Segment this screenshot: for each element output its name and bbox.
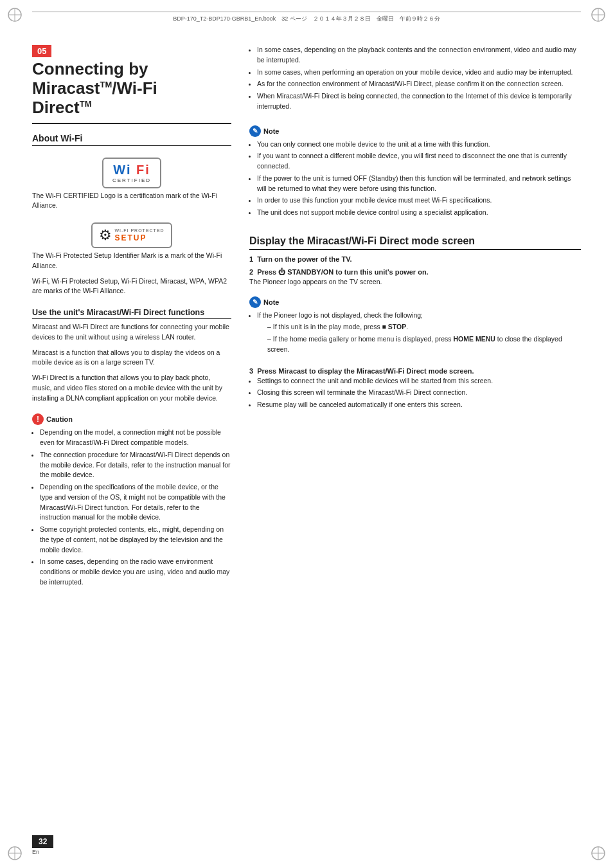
right-bullet: As for the connection environment of Mir… bbox=[257, 79, 581, 89]
note1-item: If you want to connect a different mobil… bbox=[257, 151, 581, 172]
setup-logo-container: ⚙ WI-FI PROTECTED SETUP bbox=[32, 222, 231, 248]
caution-item: In some cases, depending on the radio wa… bbox=[40, 557, 231, 587]
note1-list: You can only connect one mobile device t… bbox=[249, 140, 581, 218]
corner-mark-br bbox=[589, 844, 608, 863]
note1-icon: ✎ bbox=[249, 125, 261, 137]
setup-text-lines: WI-FI PROTECTED SETUP bbox=[114, 228, 164, 242]
note1-item: The unit does not support mobile device … bbox=[257, 208, 581, 218]
caution-box: ! Caution Depending on the model, a conn… bbox=[32, 413, 231, 589]
note2-sub-item: If this unit is in the play mode, press … bbox=[267, 322, 581, 332]
corner-mark-tl bbox=[5, 5, 24, 24]
use-miracast-heading: Use the unit's Miracast/Wi-Fi Direct fun… bbox=[32, 308, 231, 319]
note1-item: You can only connect one mobile device t… bbox=[257, 140, 581, 150]
note1-box: ✎ Note You can only connect one mobile d… bbox=[249, 125, 581, 220]
miracast-intro3: Wi-Fi Direct is a function that allows y… bbox=[32, 373, 231, 403]
step3-item: Closing this screen will terminate the M… bbox=[257, 388, 581, 398]
wifi-logo-container: Wi Fi CERTIFIED bbox=[32, 158, 231, 188]
note2-icon: ✎ bbox=[249, 296, 261, 308]
trademarks-text: Wi-Fi, Wi-Fi Protected Setup, Wi-Fi Dire… bbox=[32, 276, 231, 297]
step-1-heading: 1 Turn on the power of the TV. bbox=[249, 255, 581, 263]
step-2-heading: 2 Press ⏻ STANDBY/ON to turn this unit's… bbox=[249, 268, 581, 276]
corner-mark-bl bbox=[5, 844, 24, 863]
note2-item: If the Pioneer logo is not displayed, ch… bbox=[257, 311, 581, 321]
right-bullet: In some cases, depending on the playback… bbox=[257, 45, 581, 66]
note1-header: ✎ Note bbox=[249, 125, 581, 137]
page-number: 32 bbox=[32, 835, 53, 848]
note2-box: ✎ Note If the Pioneer logo is not displa… bbox=[249, 296, 581, 357]
note1-item: If the power to the unit is turned OFF (… bbox=[257, 174, 581, 194]
step-1: 1 Turn on the power of the TV. bbox=[249, 255, 581, 264]
chapter-badge: 05 bbox=[32, 45, 231, 57]
caution-item: Depending on the specifications of the m… bbox=[40, 482, 231, 523]
left-column: 05 Connecting by MiracastTM/Wi-Fi Direct… bbox=[32, 45, 231, 829]
certified-text: CERTIFIED bbox=[112, 177, 151, 183]
page-lang: En bbox=[32, 849, 39, 855]
step-3: 3 Press Miracast to display the Miracast… bbox=[249, 367, 581, 412]
step3-item: Settings to connect the unit and mobile … bbox=[257, 376, 581, 386]
right-top-bullets: In some cases, depending on the playback… bbox=[249, 45, 581, 114]
step-2-body: The Pioneer logo appears on the TV scree… bbox=[249, 277, 581, 287]
caution-item: The connection procedure for Miracast/Wi… bbox=[40, 450, 231, 480]
note2-sub-item: If the home media gallery or home menu i… bbox=[267, 334, 581, 355]
note2-sub-list: If this unit is in the play mode, press … bbox=[257, 322, 581, 354]
setup-gear-icon: ⚙ bbox=[99, 227, 112, 244]
page-number-area: 32 En bbox=[32, 835, 581, 855]
caution-item: Depending on the model, a connection mig… bbox=[40, 428, 231, 448]
chapter-number: 05 bbox=[32, 45, 51, 57]
caution-header: ! Caution bbox=[32, 413, 231, 425]
miracast-intro1: Miracast and Wi-Fi Direct are functions … bbox=[32, 322, 231, 343]
step-3-heading: 3 Press Miracast to display the Miracast… bbox=[249, 367, 581, 375]
wps-setup-logo: ⚙ WI-FI PROTECTED SETUP bbox=[91, 222, 172, 248]
caution-list: Depending on the model, a connection mig… bbox=[32, 428, 231, 587]
caution-item: Some copyright protected contents, etc.,… bbox=[40, 525, 231, 555]
setup-logo-caption: The Wi-Fi Protected Setup Identifier Mar… bbox=[32, 251, 231, 271]
wifi-certified-logo: Wi Fi CERTIFIED bbox=[102, 158, 161, 188]
miracast-intro2: Miracast is a function that allows you t… bbox=[32, 348, 231, 368]
file-info: BDP-170_T2-BDP170-GBRB1_En.book 32 ページ ２… bbox=[173, 15, 440, 23]
page-content: 05 Connecting by MiracastTM/Wi-Fi Direct… bbox=[32, 45, 581, 829]
note1-item: In order to use this function your mobil… bbox=[257, 195, 581, 206]
wifi-logo-caption: The Wi-Fi CERTIFIED Logo is a certificat… bbox=[32, 191, 231, 212]
right-bullet: When Miracast/Wi-Fi Direct is being conn… bbox=[257, 91, 581, 112]
about-wifi-heading: About Wi-Fi bbox=[32, 133, 231, 146]
note2-header: ✎ Note bbox=[249, 296, 581, 308]
note2-list: If the Pioneer logo is not displayed, ch… bbox=[249, 311, 581, 355]
topbar: BDP-170_T2-BDP170-GBRB1_En.book 32 ページ ２… bbox=[32, 12, 581, 23]
step-2: 2 Press ⏻ STANDBY/ON to turn this unit's… bbox=[249, 268, 581, 287]
wifi-logo-text: Wi Fi bbox=[112, 163, 151, 177]
step3-list: Settings to connect the unit and mobile … bbox=[249, 376, 581, 410]
caution-icon: ! bbox=[32, 413, 44, 425]
corner-mark-tr bbox=[589, 5, 608, 24]
page-title: Connecting by MiracastTM/Wi-Fi DirectTM bbox=[32, 60, 231, 124]
right-column: In some cases, depending on the playback… bbox=[249, 45, 581, 829]
right-bullet: In some cases, when performing an operat… bbox=[257, 68, 581, 78]
step3-item: Resume play will be canceled automatical… bbox=[257, 400, 581, 410]
display-section-heading: Display the Miracast/Wi-Fi Direct mode s… bbox=[249, 235, 581, 250]
